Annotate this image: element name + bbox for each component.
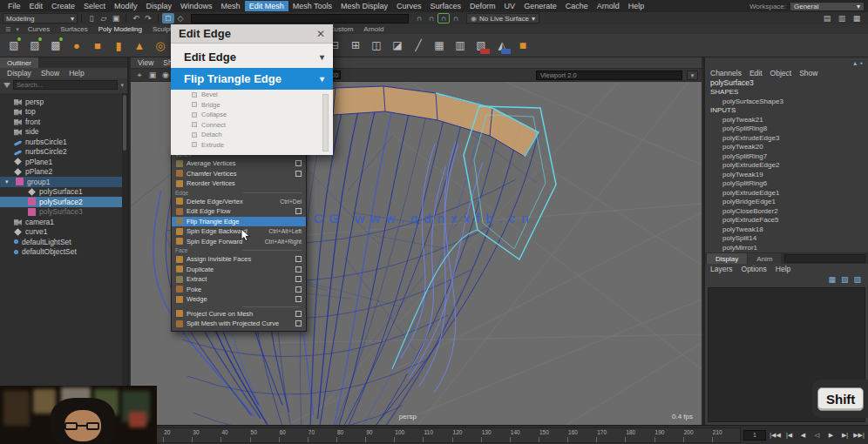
shelf-tool-icon[interactable]: ◭ [492, 36, 512, 55]
edit-mesh-menu-item[interactable]: Extract [172, 274, 306, 285]
edit-mesh-menu-item[interactable]: Flip Triangle Edge [172, 217, 306, 227]
shelf-tool-icon[interactable]: ╱ [409, 36, 428, 55]
shelf-primitive-icon[interactable]: ■ [88, 36, 107, 55]
edit-mesh-menu-item[interactable]: Assign Invisible Faces [172, 254, 306, 265]
outliner-item[interactable]: ▾ persp [0, 97, 122, 107]
channel-box-row[interactable]: polyTweak20 [710, 143, 868, 152]
menubar-item[interactable]: Mesh Display [336, 1, 392, 11]
command-field[interactable] [191, 14, 409, 24]
menubar-item[interactable]: Mesh Tools [288, 1, 336, 11]
popup-option-item[interactable]: Bridge [171, 100, 333, 111]
channel-box-row[interactable]: polyExtrudeEdge1 [710, 189, 868, 198]
channel-box-row[interactable]: polyTweak19 [710, 171, 868, 180]
menubar-item[interactable]: Modify [110, 1, 142, 11]
edit-mesh-menu-item[interactable]: Split Mesh with Projected Curve [172, 319, 306, 329]
menubar-item[interactable]: Generate [519, 1, 561, 11]
shelf-tool-icon[interactable]: ▨ [25, 36, 44, 55]
layer-action-icon[interactable]: ▧ [841, 275, 849, 284]
channel-box-menu-item[interactable]: Object [770, 69, 792, 77]
menubar-item[interactable]: Arnold [593, 1, 624, 11]
option-box[interactable] [295, 311, 302, 317]
layer-editor-menu-item[interactable]: Layers [710, 265, 733, 273]
flip-triangle-edge-combobox[interactable]: Flip Triangle Edge ▾ [171, 68, 333, 90]
layer-action-icon[interactable]: ▨ [853, 275, 861, 284]
outliner-scrollbar[interactable] [122, 93, 127, 425]
channel-box-menu-item[interactable]: Show [799, 69, 817, 77]
menubar-item[interactable]: File [3, 1, 25, 11]
playback-button[interactable]: ▶ [824, 429, 837, 441]
live-surface-dropdown[interactable]: ◉ No Live Surface ▾ [466, 13, 539, 24]
shelf-tool-icon[interactable]: ▩ [46, 36, 65, 55]
channel-box-row[interactable]: polyTweak21 [710, 116, 868, 125]
shelf-primitive-icon[interactable]: ◎ [151, 36, 170, 55]
outliner-item[interactable]: ▾ group1 [0, 177, 122, 187]
menubar-item[interactable]: UV [500, 1, 520, 11]
panel-menu-item[interactable]: View [138, 58, 153, 67]
channel-box-row[interactable]: polyTweak18 [710, 225, 868, 235]
chevron-down-icon[interactable]: ▾ [120, 82, 124, 89]
panel-corner-icon[interactable]: ▪ [860, 59, 863, 67]
menubar-item[interactable]: Create [47, 1, 79, 11]
outliner-item[interactable]: ▾ curve1 [0, 227, 122, 238]
workspace-dropdown[interactable]: General ▾ [790, 2, 865, 11]
playback-button[interactable]: ▶| [838, 429, 851, 441]
option-box[interactable] [295, 276, 302, 282]
layer-editor-tab[interactable]: Display [707, 253, 747, 264]
layer-filter-field[interactable] [784, 254, 865, 263]
outliner-item[interactable]: ▾ pPlane1 [0, 157, 122, 167]
edit-edge-combobox[interactable]: Edit Edge ▾ [171, 46, 333, 68]
menubar-item[interactable]: Cache [561, 1, 593, 11]
channel-box-row[interactable]: polyMirror1 [710, 244, 868, 253]
popup-option-item[interactable]: Collapse [171, 110, 333, 120]
history-icon[interactable]: ↶ [130, 13, 142, 24]
outliner-item[interactable]: ▾ top [0, 107, 122, 118]
current-frame-field[interactable]: 1 [743, 430, 766, 441]
sidebar-toggle-icon[interactable]: ▤ [821, 13, 833, 24]
option-box[interactable] [295, 208, 302, 214]
edit-mesh-menu-item[interactable]: Face [172, 246, 306, 254]
channel-box-row[interactable]: polySplit14 [710, 234, 868, 244]
shelf-tab[interactable]: Poly Modeling [93, 25, 147, 33]
playback-button[interactable]: ◀ [797, 429, 810, 441]
menubar-item[interactable]: Surfaces [426, 1, 466, 11]
chevron-down-icon[interactable]: ▾ [14, 26, 21, 33]
edit-mesh-menu-item[interactable]: Duplicate [172, 265, 306, 275]
file-icon[interactable]: ▱ [98, 13, 110, 24]
shelf-tab[interactable]: Arnold [358, 25, 389, 33]
channel-box-row[interactable]: polySplitRing7 [710, 152, 868, 162]
layer-editor-menu-item[interactable]: Options [742, 265, 767, 273]
snap-icon[interactable]: ∩ [413, 13, 425, 24]
outliner-menu-item[interactable]: Help [69, 69, 84, 77]
sidebar-toggle-icon[interactable]: ▦ [851, 13, 863, 24]
shelf-menu-icon[interactable]: ☰ [3, 26, 12, 33]
outliner-item[interactable]: ▾ polySurface2 [0, 197, 122, 207]
playback-button[interactable]: |◀◀ [769, 429, 782, 441]
shelf-tool-icon[interactable]: ◪ [388, 36, 407, 55]
file-icon[interactable]: ▣ [110, 13, 122, 24]
outliner-item[interactable]: ▾ polySurface3 [0, 207, 122, 218]
playback-button[interactable]: |◀ [783, 429, 796, 441]
edit-mesh-menu-item[interactable]: Edge [172, 189, 306, 197]
option-box[interactable] [295, 286, 302, 293]
option-box[interactable] [295, 296, 302, 302]
outliner-item[interactable]: ▾ defaultLightSet [0, 237, 122, 247]
panel-toolbar-icon[interactable]: ⌖ [134, 71, 145, 80]
shelf-tool-icon[interactable]: ▧ [4, 36, 24, 55]
shelf-primitive-icon[interactable]: ▮ [109, 36, 128, 55]
playback-button[interactable]: ▶▶| [852, 429, 865, 441]
edit-mesh-menu-item[interactable]: Average Vertices [172, 158, 306, 169]
history-icon[interactable]: ↷ [142, 13, 154, 24]
edit-mesh-menu-item[interactable]: Delete Edge/Vertex Ctrl+Del [172, 197, 306, 207]
outliner-item[interactable]: ▾ defaultObjectSet [0, 247, 122, 258]
menubar-item[interactable]: Edit [25, 1, 48, 11]
popup-option-item[interactable]: Extrude [171, 140, 333, 151]
menubar-item[interactable]: Help [624, 1, 649, 11]
option-box[interactable] [295, 171, 302, 177]
channel-box-row[interactable]: polyCloseBorder2 [710, 207, 868, 217]
outliner-search-input[interactable] [13, 80, 118, 90]
selection-mode-icon[interactable]: ◇ [174, 13, 186, 24]
time-slider-track[interactable]: 1020304050607080901001101201301401501601… [132, 427, 741, 443]
option-box[interactable] [295, 320, 302, 326]
option-box[interactable] [295, 266, 302, 272]
snap-icon[interactable]: ∩ [425, 13, 437, 24]
